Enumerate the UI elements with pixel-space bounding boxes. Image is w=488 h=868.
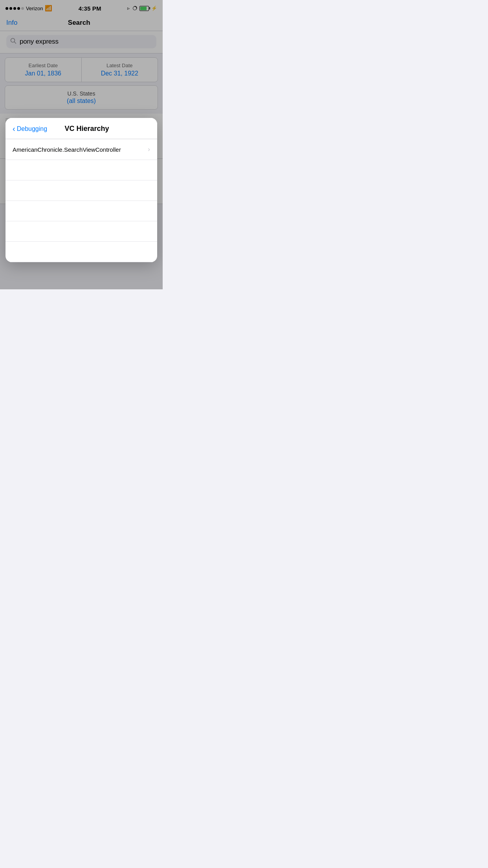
vc-empty-row-3 [6, 201, 157, 221]
vc-hierarchy-panel: ‹ Debugging VC Hierarchy AmericanChronic… [6, 118, 157, 262]
vc-empty-row-4 [6, 221, 157, 242]
vc-chevron-right-0: › [148, 145, 150, 153]
vc-panel-title: VC Hierarchy [47, 125, 127, 133]
vc-back-button[interactable]: ‹ Debugging [13, 124, 47, 133]
vc-empty-row-5 [6, 242, 157, 262]
vc-empty-row-2 [6, 180, 157, 201]
chevron-left-icon: ‹ [13, 124, 15, 133]
vc-item-name-0: AmericanChronicle.SearchViewController [13, 146, 121, 153]
vc-back-label: Debugging [17, 125, 47, 132]
vc-panel-header: ‹ Debugging VC Hierarchy [6, 118, 157, 139]
vc-item-0[interactable]: AmericanChronicle.SearchViewController › [6, 139, 157, 160]
vc-empty-row-1 [6, 160, 157, 180]
